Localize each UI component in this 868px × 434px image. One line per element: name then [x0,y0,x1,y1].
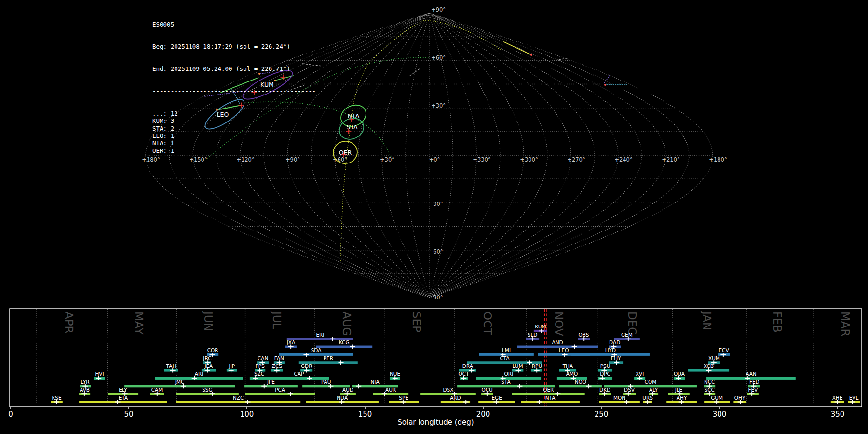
peak-marker-SDA [303,353,309,357]
month-label: JUL [271,311,283,329]
shower-label-PPS: PPS [256,363,265,369]
shower-label-EGE: EGE [491,395,502,401]
shower-label-GDR: GDR [301,363,312,369]
shower-label-OCU: OCU [481,387,492,393]
x-axis-tick-label: 200 [476,410,490,419]
shower-label-TAH: TAH [166,363,176,369]
shower-label-SLD: SLD [528,332,538,338]
shower-bar-STA [457,385,555,387]
shower-bar-DSX [420,393,476,395]
shower-bar-AUR [373,393,408,395]
count-line-OER: OER: 1 [152,147,316,154]
shower-bar-NZC [176,401,300,403]
sky-latitude-label: +30° [431,102,446,109]
x-axis-tick-label: 50 [124,410,133,419]
peak-marker-JPE [261,384,267,388]
peak-marker-ARD [463,400,469,404]
shower-label-PAU: PAU [321,379,331,385]
month-label: MAR [839,312,852,337]
shower-label-GEM: GEM [621,332,633,338]
peak-marker-PER [339,360,344,365]
shower-label-HVI: HVI [95,371,104,377]
sky-latitude-label: +90° [431,6,446,13]
month-label: MAY [133,312,145,335]
shower-bar-ERI [287,338,353,340]
count-line-NTA: NTA: 1 [152,139,316,147]
shower-label-AHY: AHY [677,395,687,401]
plot-canvas: +180°+150°+120°+90°+60°+30°+0°+330°+300°… [0,0,868,434]
x-axis-tick-label: 250 [595,410,609,419]
shower-label-CAN: CAN [258,355,268,361]
shower-label-PSU: PSU [600,363,610,369]
sky-latitude-label: +60° [431,54,446,61]
sky-grid-meridian [311,13,429,298]
peak-marker-KCG [350,345,355,349]
shower-label-JXA: JXA [286,339,296,345]
shower-label-JPE: JPE [267,379,275,385]
shower-label-PER: PER [324,355,333,361]
shower-label-NTA: NTA [545,395,556,401]
sky-longitude-label: +240° [614,156,632,163]
sky-longitude-label: +270° [567,156,585,163]
month-label: JAN [701,311,713,330]
shower-label-FED: FED [749,379,760,385]
shower-count-list: ...: 12KUM: 3STA: 2LEO: 1NTA: 1OER: 1 [152,110,316,154]
shower-label-OCT: OCT [459,371,470,377]
shower-label-XUM: XUM [708,355,720,361]
month-label: NOV [553,312,565,336]
peak-marker-NZC [245,400,250,404]
shower-label-ARD: ARD [450,395,461,401]
sky-latitude-label: -90° [431,294,443,301]
month-label: APR [63,312,75,334]
shower-label-ARI: ARI [195,371,203,377]
shower-label-KCG: KCG [339,339,350,345]
shower-bar-PCA [245,393,315,395]
shower-label-MON: MON [613,395,625,401]
shower-bar-JPE [244,385,298,387]
shower-label-URS: URS [642,395,653,401]
shower-label-EVL: EVL [849,395,859,401]
shower-label-DPC: DPC [600,371,610,377]
shower-bar-PER [299,361,358,364]
shower-label-SDA: SDA [311,347,322,353]
shower-label-SSG: SSG [202,387,212,393]
shower-label-GUM: GUM [711,395,723,401]
x-axis-tick-label: 350 [831,410,845,419]
shower-label-ZCS: ZCS [272,363,283,369]
shower-bar-COM [604,385,697,387]
shower-label-AND: AND [552,339,563,345]
shower-label-NOO: NOO [575,379,586,385]
shower-label-KUM: KUM [535,324,546,329]
sky-grid-meridian [429,13,689,298]
month-label: SEP [410,312,423,332]
shower-label-NZC: NZC [233,395,244,401]
shower-label-FEV: FEV [748,387,758,393]
shower-bar-NOO [559,385,602,387]
shower-bar-NTA [521,401,580,403]
peak-marker-NTA [537,400,542,404]
peak-marker-NIA [356,384,361,388]
shower-bar-MON [599,401,640,403]
x-axis-tick-label: 300 [713,410,727,419]
shower-label-XVI: XVI [636,371,644,377]
sky-longitude-label: +60° [333,156,347,163]
shower-label-THA: THA [562,363,573,369]
count-line-KUM: KUM: 3 [152,117,316,124]
shower-bar-PAU [302,385,350,387]
month-label: AUG [340,312,353,336]
radiant-label-STA: STA [346,123,358,131]
meteor-point [604,84,606,86]
shower-bar-AND [517,346,598,348]
shower-label-ELY: ELY [119,387,127,393]
shower-label-LUM: LUM [513,363,523,369]
shower-label-COR: COR [207,347,218,353]
shower-bar-SDA [279,353,353,356]
shower-label-ERI: ERI [316,332,324,338]
shower-label-AUR: AUR [385,387,396,393]
shower-label-SPE: SPE [399,395,408,401]
shower-label-DAD: DAD [609,339,620,345]
x-axis-tick-label: 100 [240,410,254,419]
shower-label-AVB: AVB [80,387,90,393]
count-line-dotdotdot: ...: 12 [152,110,316,117]
shower-label-ETA: ETA [119,395,128,401]
